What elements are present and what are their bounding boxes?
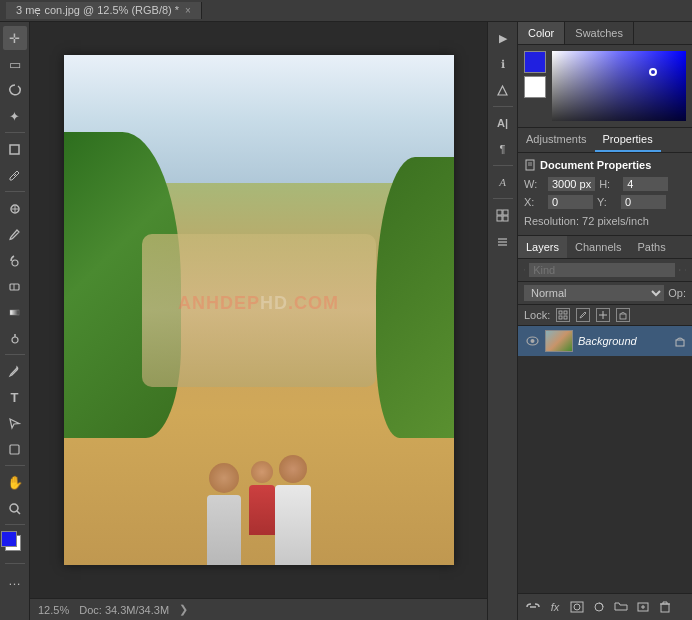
height-value[interactable]: 4: [623, 177, 668, 191]
mid-separator-3: [493, 198, 513, 199]
properties-content: Document Properties W: 3000 px H: 4 X: 0…: [518, 153, 692, 235]
lock-paint-icon[interactable]: [576, 308, 590, 322]
color-swatches-tabs: Color Swatches: [518, 22, 692, 45]
clone-tool[interactable]: [3, 248, 27, 272]
width-value[interactable]: 3000 px: [548, 177, 595, 191]
lock-icon: [674, 335, 686, 347]
x-value[interactable]: 0: [548, 195, 593, 209]
svg-rect-30: [559, 311, 562, 314]
status-bar: 12.5% Doc: 34.3M/34.3M ❯: [30, 598, 487, 620]
eyedropper-tool[interactable]: [3, 163, 27, 187]
separator-4: [5, 465, 25, 466]
crop-tool[interactable]: [3, 137, 27, 161]
layers-panel: Layers Channels Paths Normal Op: Lock:: [518, 236, 692, 620]
tab-color[interactable]: Color: [518, 22, 565, 44]
svg-point-36: [530, 339, 534, 343]
svg-rect-31: [564, 311, 567, 314]
svg-point-9: [12, 337, 18, 343]
separator-5: [5, 524, 25, 525]
zoom-tool[interactable]: [3, 496, 27, 520]
type-tool[interactable]: T: [3, 385, 27, 409]
separator-1: [5, 132, 25, 133]
mid-separator-2: [493, 165, 513, 166]
resolution-row: Resolution: 72 pixels/inch: [524, 213, 686, 229]
color-gradient-picker[interactable]: [552, 51, 686, 121]
tab-paths[interactable]: Paths: [630, 236, 674, 258]
head-3: [279, 455, 307, 483]
layer-background[interactable]: Background: [518, 326, 692, 356]
alert-icon[interactable]: [491, 78, 515, 102]
layers-mode-row: Normal Op:: [518, 282, 692, 305]
svg-rect-8: [10, 310, 19, 315]
search-icon: [524, 264, 525, 276]
svg-rect-34: [620, 314, 626, 319]
type-text-icon[interactable]: A|: [491, 111, 515, 135]
eraser-tool[interactable]: [3, 274, 27, 298]
heal-tool[interactable]: [3, 196, 27, 220]
delete-layer-icon[interactable]: [656, 598, 674, 616]
xy-row: X: 0 Y: 0: [524, 195, 686, 209]
separator-6: [5, 563, 25, 564]
layer-toggle-icon[interactable]: [685, 263, 686, 277]
head-2: [251, 461, 273, 483]
dodge-tool[interactable]: [3, 326, 27, 350]
status-arrow[interactable]: ❯: [179, 603, 188, 616]
document-tab[interactable]: 3 mẹ con.jpg @ 12.5% (RGB/8) * ×: [6, 2, 202, 19]
new-layer-icon[interactable]: [634, 598, 652, 616]
play-icon[interactable]: ▶: [491, 26, 515, 50]
group-icon[interactable]: [612, 598, 630, 616]
select-rect-tool[interactable]: ▭: [3, 52, 27, 76]
shape-tool[interactable]: [3, 437, 27, 461]
brush-tool[interactable]: [3, 222, 27, 246]
watermark: ANHDEPHD.COM: [178, 293, 339, 314]
tab-channels[interactable]: Channels: [567, 236, 629, 258]
photo-scene: ANHDEPHD.COM: [64, 55, 454, 565]
list-icon[interactable]: [491, 229, 515, 253]
foreground-swatch[interactable]: [524, 51, 546, 73]
svg-rect-33: [564, 316, 567, 319]
grid-icon[interactable]: [491, 203, 515, 227]
mask-icon[interactable]: [568, 598, 586, 616]
link-icon[interactable]: [524, 598, 542, 616]
layer-name: Background: [578, 335, 637, 347]
layers-tabs: Layers Channels Paths: [518, 236, 692, 259]
canvas-scroll[interactable]: ANHDEPHD.COM: [30, 22, 487, 598]
script-a-icon[interactable]: A: [491, 170, 515, 194]
tab-layers[interactable]: Layers: [518, 236, 567, 258]
more-tools-button[interactable]: …: [3, 568, 27, 592]
lock-all-icon[interactable]: [616, 308, 630, 322]
paragraph-icon[interactable]: ¶: [491, 137, 515, 161]
body-3: [275, 485, 311, 565]
tab-swatches[interactable]: Swatches: [565, 22, 634, 44]
gradient-tool[interactable]: [3, 300, 27, 324]
pen-tool[interactable]: [3, 359, 27, 383]
lasso-tool[interactable]: [3, 78, 27, 102]
hand-tool[interactable]: ✋: [3, 470, 27, 494]
y-value[interactable]: 0: [621, 195, 666, 209]
tab-label: 3 mẹ con.jpg @ 12.5% (RGB/8) *: [16, 4, 179, 17]
svg-point-29: [685, 269, 686, 270]
tab-properties[interactable]: Properties: [595, 128, 661, 152]
layer-search-input[interactable]: [529, 263, 675, 277]
tab-close-button[interactable]: ×: [185, 5, 191, 16]
path-select-tool[interactable]: [3, 411, 27, 435]
people-group: [103, 198, 415, 565]
layer-visibility-toggle[interactable]: [524, 333, 540, 349]
tab-adjustments[interactable]: Adjustments: [518, 128, 595, 152]
blend-mode-select[interactable]: Normal: [524, 285, 664, 301]
layer-filter-icon[interactable]: [679, 263, 680, 277]
color-swatches: [1, 531, 29, 559]
adjustment-layer-icon[interactable]: [590, 598, 608, 616]
foreground-color-swatch[interactable]: [1, 531, 17, 547]
wand-tool[interactable]: ✦: [3, 104, 27, 128]
head-1: [209, 463, 239, 493]
fx-icon[interactable]: fx: [546, 598, 564, 616]
background-swatch[interactable]: [524, 76, 546, 98]
lock-move-icon[interactable]: [596, 308, 610, 322]
info-icon[interactable]: ℹ: [491, 52, 515, 76]
main-layout: ✛ ▭ ✦: [0, 22, 692, 620]
color-marker: [649, 68, 657, 76]
svg-point-39: [574, 604, 580, 610]
move-tool[interactable]: ✛: [3, 26, 27, 50]
lock-transparency-icon[interactable]: [556, 308, 570, 322]
